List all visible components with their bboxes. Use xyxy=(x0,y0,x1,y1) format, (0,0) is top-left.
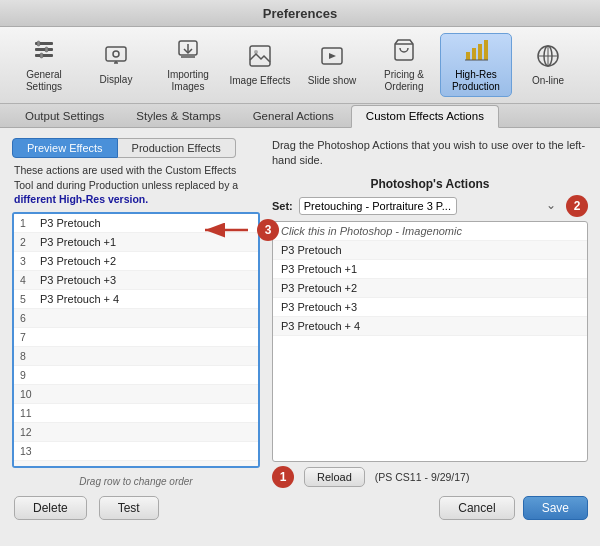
effects-list-row[interactable]: 2P3 Pretouch +1 xyxy=(14,233,258,252)
title-bar: Preferences xyxy=(0,0,600,27)
effects-list-row[interactable]: 12 xyxy=(14,423,258,442)
effects-list-row[interactable]: 3P3 Pretouch +2 xyxy=(14,252,258,271)
toolbar-general-settings-label: General Settings xyxy=(12,69,76,93)
toolbar-slideshow-label: Slide show xyxy=(308,75,356,87)
toolbar-pricing-ordering-label: Pricing & Ordering xyxy=(372,69,436,93)
set-row: Set: Pretouching - Portraiture 3 P... 2 xyxy=(272,195,588,217)
pricing-ordering-icon xyxy=(392,38,416,66)
set-select[interactable]: Pretouching - Portraiture 3 P... xyxy=(299,197,457,215)
tab-styles-stamps[interactable]: Styles & Stamps xyxy=(121,105,235,127)
effects-list-row[interactable]: 14 xyxy=(14,461,258,466)
ps-list-item[interactable]: P3 Pretouch +1 xyxy=(273,260,587,279)
ps-list-item[interactable]: P3 Pretouch +2 xyxy=(273,279,587,298)
window-title: Preferences xyxy=(263,6,337,21)
tab-custom-effects-actions[interactable]: Custom Effects Actions xyxy=(351,105,499,128)
svg-rect-4 xyxy=(45,47,48,52)
toolbar-general-settings[interactable]: General Settings xyxy=(8,34,80,96)
tab-output-settings[interactable]: Output Settings xyxy=(10,105,119,127)
ps-list-item[interactable]: P3 Pretouch xyxy=(273,241,587,260)
toolbar: General Settings Display Importing Image… xyxy=(0,27,600,104)
annotation-2: 2 xyxy=(566,195,588,217)
ps-list-item[interactable]: Click this in Photoshop - Imagenomic xyxy=(273,222,587,241)
svg-rect-1 xyxy=(35,48,53,51)
toolbar-high-res-production[interactable]: High-Res Production xyxy=(440,33,512,97)
effects-list-row[interactable]: 10 xyxy=(14,385,258,404)
toolbar-importing-images[interactable]: Importing Images xyxy=(152,34,224,96)
row-number: 8 xyxy=(20,350,40,362)
toolbar-online-label: On-line xyxy=(532,75,564,87)
toolbar-image-effects[interactable]: Image Effects xyxy=(224,40,296,90)
row-number: 1 xyxy=(20,217,40,229)
toolbar-online[interactable]: On-line xyxy=(512,40,584,90)
effects-list-row[interactable]: 1P3 Pretouch xyxy=(14,214,258,233)
bottom-row: Delete Test Cancel Save xyxy=(0,496,600,530)
effects-list-row[interactable]: 5P3 Pretouch + 4 xyxy=(14,290,258,309)
importing-images-icon xyxy=(176,38,200,66)
reload-button[interactable]: Reload xyxy=(304,467,365,487)
toolbar-display[interactable]: Display xyxy=(80,41,152,89)
toolbar-display-label: Display xyxy=(100,74,133,86)
row-number: 5 xyxy=(20,293,40,305)
bottom-left-buttons: Delete Test xyxy=(14,496,159,520)
set-label: Set: xyxy=(272,200,293,212)
production-effects-tab[interactable]: Production Effects xyxy=(118,138,236,158)
display-icon xyxy=(104,45,128,71)
row-number: 10 xyxy=(20,388,40,400)
ps-list-item[interactable]: P3 Pretouch + 4 xyxy=(273,317,587,336)
drag-hint: Drag row to change order xyxy=(12,473,260,488)
annotation-1: 1 xyxy=(272,466,294,488)
svg-rect-6 xyxy=(106,47,126,61)
row-number: 11 xyxy=(20,407,40,419)
bottom-right-buttons: Cancel Save xyxy=(439,496,588,520)
ps-list-container[interactable]: Click this in Photoshop - ImagenomicP3 P… xyxy=(272,221,588,462)
svg-rect-20 xyxy=(478,44,482,60)
svg-marker-16 xyxy=(329,53,336,59)
effects-list[interactable]: 1P3 Pretouch2P3 Pretouch +13P3 Pretouch … xyxy=(14,214,258,466)
set-select-wrapper: Pretouching - Portraiture 3 P... xyxy=(299,197,560,215)
description-text: These actions are used with the Custom E… xyxy=(12,163,260,207)
description-bold: different High-Res version. xyxy=(14,193,148,205)
high-res-production-icon xyxy=(464,38,488,66)
effects-list-container: 1P3 Pretouch2P3 Pretouch +13P3 Pretouch … xyxy=(12,212,260,468)
row-number: 13 xyxy=(20,445,40,457)
row-number: 6 xyxy=(20,312,40,324)
right-panel: Drag the Photoshop Actions that you wish… xyxy=(272,138,588,488)
preview-effects-tab[interactable]: Preview Effects xyxy=(12,138,118,158)
tab-row: Output Settings Styles & Stamps General … xyxy=(0,104,600,128)
toolbar-pricing-ordering[interactable]: Pricing & Ordering xyxy=(368,34,440,96)
cancel-button[interactable]: Cancel xyxy=(439,496,514,520)
row-number: 4 xyxy=(20,274,40,286)
delete-button[interactable]: Delete xyxy=(14,496,87,520)
toolbar-high-res-production-label: High-Res Production xyxy=(445,69,507,93)
row-number: 7 xyxy=(20,331,40,343)
effects-list-row[interactable]: 7 xyxy=(14,328,258,347)
save-button[interactable]: Save xyxy=(523,496,588,520)
effects-list-row[interactable]: 11 xyxy=(14,404,258,423)
row-name: P3 Pretouch +1 xyxy=(40,236,116,248)
photoshop-section: Photoshop's Actions Set: Pretouching - P… xyxy=(272,175,588,488)
toolbar-slideshow[interactable]: Slide show xyxy=(296,40,368,90)
test-button[interactable]: Test xyxy=(99,496,159,520)
row-name: P3 Pretouch +2 xyxy=(40,255,116,267)
row-number: 14 xyxy=(20,464,40,466)
toolbar-importing-images-label: Importing Images xyxy=(156,69,220,93)
svg-rect-5 xyxy=(40,53,43,58)
row-name: P3 Pretouch +3 xyxy=(40,274,116,286)
slideshow-icon xyxy=(320,44,344,72)
image-effects-icon xyxy=(248,44,272,72)
instructions-text: Drag the Photoshop Actions that you wish… xyxy=(272,138,588,169)
ps-actions-header: Photoshop's Actions xyxy=(272,177,588,191)
general-settings-icon xyxy=(32,38,56,66)
main-content: Preview Effects Production Effects These… xyxy=(0,128,600,496)
left-panel: Preview Effects Production Effects These… xyxy=(12,138,260,488)
ps-list-item[interactable]: P3 Pretouch +3 xyxy=(273,298,587,317)
effects-list-row[interactable]: 9 xyxy=(14,366,258,385)
effects-list-row[interactable]: 4P3 Pretouch +3 xyxy=(14,271,258,290)
svg-rect-3 xyxy=(37,41,40,46)
effects-list-row[interactable]: 13 xyxy=(14,442,258,461)
tab-general-actions[interactable]: General Actions xyxy=(238,105,349,127)
effects-list-row[interactable]: 8 xyxy=(14,347,258,366)
effects-list-row[interactable]: 6 xyxy=(14,309,258,328)
preview-production-toggle: Preview Effects Production Effects xyxy=(12,138,260,158)
svg-rect-21 xyxy=(484,40,488,60)
